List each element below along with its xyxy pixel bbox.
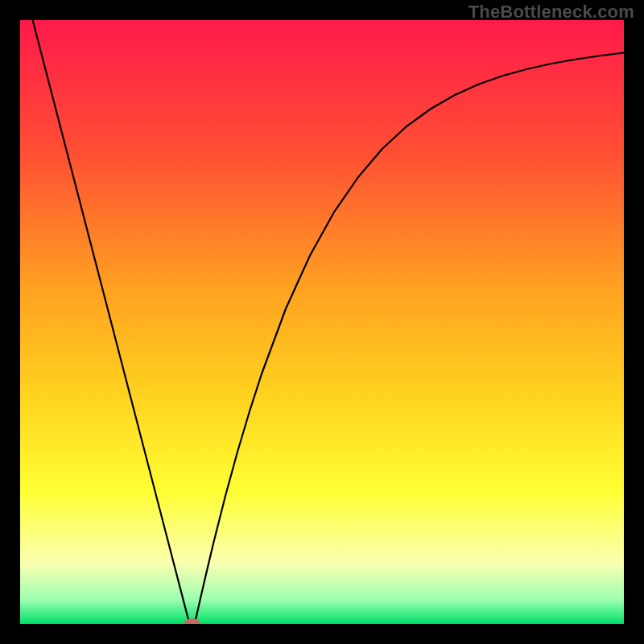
chart-svg	[20, 20, 624, 624]
plot-area	[20, 20, 624, 624]
chart-frame: TheBottleneck.com	[0, 0, 644, 644]
